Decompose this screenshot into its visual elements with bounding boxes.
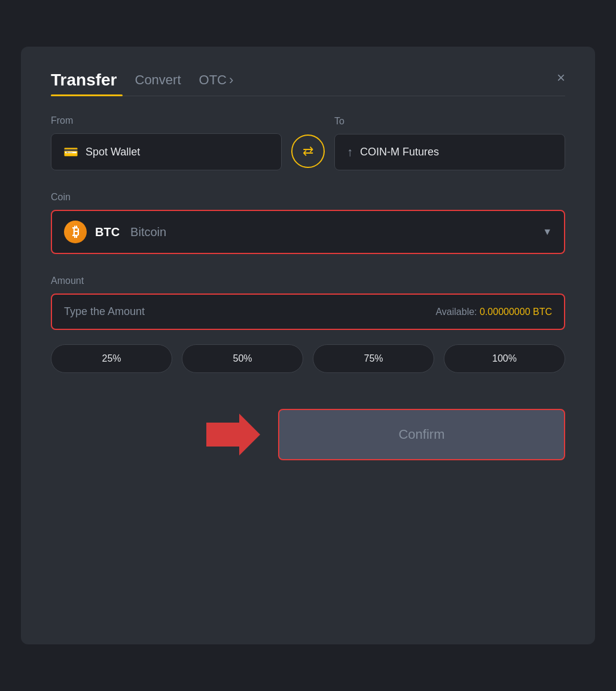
- available-value: 0.00000000 BTC: [480, 307, 552, 317]
- tab-divider: [51, 96, 565, 96]
- bottom-row: Confirm: [51, 409, 565, 460]
- tab-convert[interactable]: Convert: [135, 72, 181, 88]
- svg-marker-0: [206, 414, 260, 455]
- percent-100-button[interactable]: 100%: [444, 344, 565, 373]
- to-wallet-name: COIN-M Futures: [360, 146, 439, 158]
- percent-50-button[interactable]: 50%: [182, 344, 303, 373]
- swap-icon: ⇄: [303, 143, 313, 159]
- transfer-modal: Transfer Convert OTC › × From 💳 Spot Wal…: [21, 47, 595, 644]
- from-wallet-name: Spot Wallet: [86, 146, 140, 158]
- active-tab-indicator: [51, 94, 123, 96]
- coin-full-name: Bitcoin: [130, 225, 166, 239]
- tab-otc[interactable]: OTC ›: [199, 72, 234, 88]
- available-text: Available: 0.00000000 BTC: [435, 307, 552, 317]
- wallet-icon: 💳: [63, 145, 78, 159]
- from-to-row: From 💳 Spot Wallet ⇄ To ↑ COIN-M Futures: [51, 115, 565, 170]
- amount-section: Amount Available: 0.00000000 BTC: [51, 276, 565, 330]
- arrow-indicator: [206, 414, 260, 455]
- btc-icon: ₿: [64, 221, 87, 243]
- to-wallet-selector[interactable]: ↑ COIN-M Futures: [334, 134, 565, 170]
- to-group: To ↑ COIN-M Futures: [334, 116, 565, 170]
- coin-section: Coin ₿ BTC Bitcoin ▼: [51, 192, 565, 254]
- percent-row: 25% 50% 75% 100%: [51, 344, 565, 373]
- coin-symbol: BTC: [95, 225, 120, 239]
- from-label: From: [51, 115, 282, 126]
- futures-icon: ↑: [347, 145, 353, 159]
- percent-25-button[interactable]: 25%: [51, 344, 172, 373]
- amount-label: Amount: [51, 276, 565, 286]
- from-group: From 💳 Spot Wallet: [51, 115, 282, 170]
- tab-transfer[interactable]: Transfer: [51, 71, 117, 90]
- amount-input[interactable]: [64, 305, 435, 318]
- to-label: To: [334, 116, 565, 127]
- arrow-icon: [206, 414, 260, 455]
- confirm-button[interactable]: Confirm: [278, 409, 565, 460]
- amount-box: Available: 0.00000000 BTC: [51, 293, 565, 330]
- percent-75-button[interactable]: 75%: [313, 344, 434, 373]
- chevron-down-icon: ▼: [542, 227, 552, 237]
- swap-button[interactable]: ⇄: [291, 134, 325, 168]
- from-wallet-selector[interactable]: 💳 Spot Wallet: [51, 133, 282, 170]
- coin-dropdown[interactable]: ₿ BTC Bitcoin ▼: [51, 210, 565, 254]
- modal-header: Transfer Convert OTC › ×: [51, 71, 565, 90]
- coin-label: Coin: [51, 192, 565, 203]
- close-button[interactable]: ×: [557, 71, 565, 85]
